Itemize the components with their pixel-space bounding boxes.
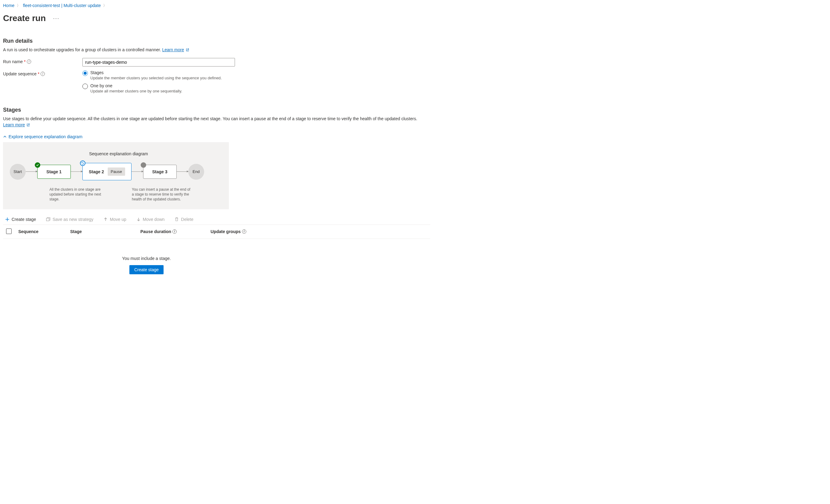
diagram-title: Sequence explanation diagram bbox=[89, 151, 222, 156]
info-icon[interactable]: i bbox=[242, 229, 246, 234]
diagram-end-node: End bbox=[188, 164, 204, 180]
arrow-icon bbox=[26, 171, 37, 172]
stages-toolbar: Create stage Save as new strategy Move u… bbox=[3, 216, 430, 225]
stages-learn-more-link[interactable]: Learn more bbox=[3, 122, 30, 128]
run-details-section: Run details A run is used to orchestrate… bbox=[3, 38, 430, 96]
arrow-up-icon bbox=[103, 217, 108, 222]
external-link-icon bbox=[186, 47, 189, 53]
plus-icon bbox=[5, 217, 10, 222]
arrow-icon bbox=[71, 171, 83, 172]
diagram-caption-stage: All the clusters in one stage are update… bbox=[50, 187, 110, 202]
info-icon[interactable]: i bbox=[172, 229, 177, 234]
delete-button[interactable]: Delete bbox=[172, 216, 195, 222]
more-actions-button[interactable]: ··· bbox=[51, 14, 61, 22]
breadcrumb-home[interactable]: Home bbox=[3, 2, 14, 8]
svg-rect-0 bbox=[46, 218, 49, 221]
diagram-stage1-node: Stage 1 bbox=[37, 165, 71, 179]
info-icon[interactable]: i bbox=[40, 72, 45, 76]
run-details-title: Run details bbox=[3, 38, 430, 44]
breadcrumb: Home 〉 fleet-consistent-test | Multi-clu… bbox=[3, 2, 827, 8]
radio-icon bbox=[83, 83, 88, 89]
breadcrumb-fleet[interactable]: fleet-consistent-test | Multi-cluster up… bbox=[23, 2, 101, 8]
page-title: Create run bbox=[3, 13, 46, 23]
explore-diagram-toggle[interactable]: Explore sequence explanation diagram bbox=[3, 134, 83, 139]
move-down-button[interactable]: Move down bbox=[134, 216, 167, 222]
stages-section: Stages Use stages to define your update … bbox=[3, 107, 430, 274]
radio-onebyone-label: One by one bbox=[90, 83, 182, 88]
arrow-icon bbox=[177, 171, 188, 172]
empty-message: You must include a stage. bbox=[3, 256, 290, 261]
checkmark-icon bbox=[35, 162, 40, 168]
update-sequence-onebyone-radio[interactable]: One by one Update all member clusters on… bbox=[83, 83, 235, 93]
info-icon[interactable]: i bbox=[27, 60, 31, 64]
trash-icon bbox=[174, 217, 179, 222]
radio-onebyone-desc: Update all member clusters one by one se… bbox=[90, 89, 182, 93]
run-details-learn-more-link[interactable]: Learn more bbox=[162, 47, 189, 52]
required-indicator: * bbox=[38, 71, 39, 76]
stages-table: Sequence Stage Pause duration i Update g… bbox=[3, 225, 430, 239]
arrow-icon bbox=[131, 171, 143, 172]
update-sequence-stages-radio[interactable]: Stages Update the member clusters you se… bbox=[83, 70, 235, 80]
save-as-new-strategy-button[interactable]: Save as new strategy bbox=[44, 216, 95, 222]
diagram-start-node: Start bbox=[10, 164, 26, 180]
radio-icon bbox=[83, 70, 88, 76]
column-pause-duration[interactable]: Pause duration i bbox=[140, 229, 211, 234]
stages-title: Stages bbox=[3, 107, 430, 113]
select-all-checkbox[interactable] bbox=[6, 229, 11, 234]
column-update-groups[interactable]: Update groups i bbox=[211, 229, 246, 234]
sequence-diagram-panel: Sequence explanation diagram Start Stage… bbox=[3, 142, 229, 209]
run-name-input[interactable] bbox=[83, 58, 235, 67]
chevron-up-icon bbox=[3, 135, 7, 138]
run-name-label: Run name * i bbox=[3, 58, 83, 64]
create-stage-primary-button[interactable]: Create stage bbox=[129, 265, 164, 274]
chevron-right-icon: 〉 bbox=[103, 2, 107, 8]
radio-stages-desc: Update the member clusters you selected … bbox=[90, 76, 222, 80]
diagram-stage2-node: Stage 2 Pause bbox=[83, 163, 131, 180]
chevron-right-icon: 〉 bbox=[17, 2, 21, 8]
column-sequence[interactable]: Sequence bbox=[18, 229, 70, 234]
radio-stages-label: Stages bbox=[90, 70, 222, 75]
diagram-stage3-node: Stage 3 bbox=[143, 165, 177, 179]
update-sequence-label: Update sequence * i bbox=[3, 70, 83, 76]
diagram-caption-pause: You can insert a pause at the end of a s… bbox=[132, 187, 193, 202]
sync-icon bbox=[80, 161, 86, 166]
save-copy-icon bbox=[46, 217, 51, 222]
external-link-icon bbox=[27, 123, 30, 128]
run-details-desc: A run is used to orchestrate upgrades fo… bbox=[3, 47, 430, 53]
create-stage-button[interactable]: Create stage bbox=[3, 216, 38, 222]
move-up-button[interactable]: Move up bbox=[101, 216, 128, 222]
column-stage[interactable]: Stage bbox=[70, 229, 140, 234]
pending-icon bbox=[141, 162, 146, 168]
required-indicator: * bbox=[24, 59, 26, 64]
stages-desc: Use stages to define your update sequenc… bbox=[3, 116, 430, 128]
empty-state: You must include a stage. Create stage bbox=[3, 256, 290, 274]
arrow-down-icon bbox=[136, 217, 141, 222]
diagram-pause-chip: Pause bbox=[108, 167, 125, 176]
